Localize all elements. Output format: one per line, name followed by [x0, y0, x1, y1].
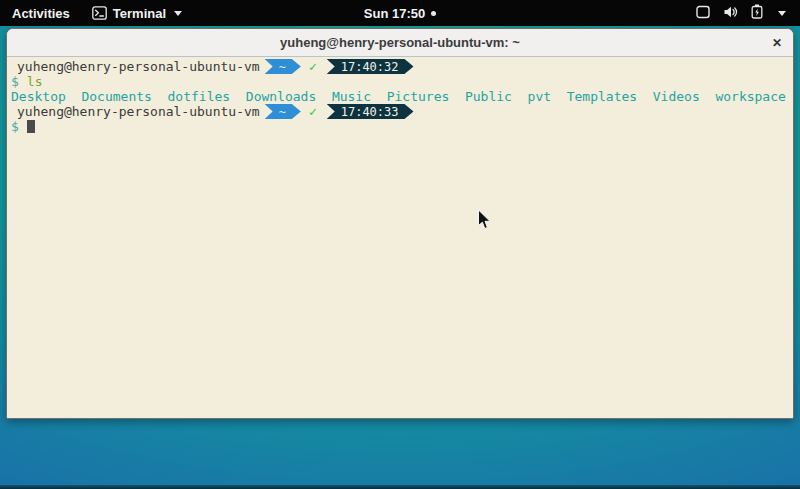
close-icon[interactable]: ✕ [772, 37, 782, 49]
command-line-active[interactable]: $ [9, 119, 791, 134]
screen-icon [696, 5, 710, 22]
text-cursor [27, 120, 35, 133]
prompt-dir-segment: ~ [265, 104, 301, 119]
ls-output-line: Desktop Documents dotfiles Downloads Mus… [9, 89, 791, 104]
typed-command: ls [27, 74, 43, 89]
prompt-line: yuheng@henry-personal-ubuntu-vm ~ ✓ 17:4… [9, 104, 791, 119]
activities-button[interactable]: Activities [0, 0, 82, 26]
prompt-user-host: yuheng@henry-personal-ubuntu-vm [9, 104, 260, 119]
check-icon: ✓ [309, 104, 317, 119]
window-title: yuheng@henry-personal-ubuntu-vm: ~ [280, 35, 520, 50]
app-menu-label: Terminal [113, 6, 166, 21]
clock-label: Sun 17:50 [364, 6, 425, 21]
chevron-down-icon [778, 11, 786, 16]
notification-dot-icon [431, 11, 436, 16]
prompt-time-segment: 17:40:33 [327, 104, 414, 119]
prompt-time-segment: 17:40:32 [327, 59, 414, 74]
directory-list: Desktop Documents dotfiles Downloads Mus… [9, 89, 786, 104]
system-status-area[interactable] [696, 0, 800, 26]
battery-charging-icon [751, 4, 763, 22]
check-icon: ✓ [309, 59, 317, 74]
volume-icon [723, 5, 738, 22]
top-panel: Activities Terminal Sun 17:50 [0, 0, 800, 26]
prompt-dir-segment: ~ [265, 59, 301, 74]
prompt-user-host: yuheng@henry-personal-ubuntu-vm [9, 59, 260, 74]
prompt-symbol: $ [9, 119, 19, 134]
window-title-bar[interactable]: yuheng@henry-personal-ubuntu-vm: ~ ✕ [7, 29, 793, 57]
app-menu-terminal[interactable]: Terminal [82, 0, 192, 26]
chevron-down-icon [174, 11, 182, 16]
command-line: $ ls [9, 74, 791, 89]
activities-label: Activities [12, 6, 70, 21]
terminal-screen[interactable]: yuheng@henry-personal-ubuntu-vm ~ ✓ 17:4… [7, 57, 793, 418]
desktop-bottom-shade [0, 485, 800, 489]
terminal-app-icon [92, 6, 107, 20]
terminal-window: yuheng@henry-personal-ubuntu-vm: ~ ✕ yuh… [6, 28, 794, 419]
prompt-symbol: $ [9, 74, 19, 89]
prompt-line: yuheng@henry-personal-ubuntu-vm ~ ✓ 17:4… [9, 59, 791, 74]
clock-button[interactable]: Sun 17:50 [364, 6, 436, 21]
